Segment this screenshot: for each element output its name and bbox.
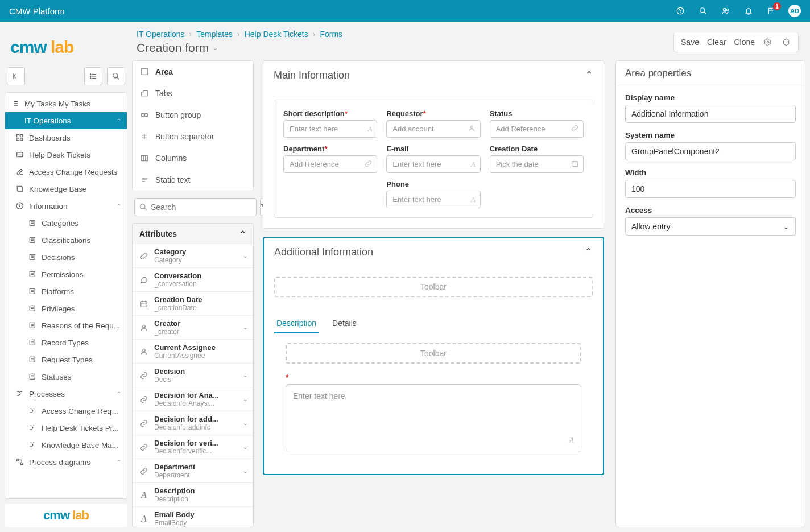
sidebar-item[interactable]: Access Change Requ... [5, 402, 127, 419]
tab-details[interactable]: Details [330, 314, 359, 333]
sidebar-item[interactable]: Permissions [5, 266, 127, 283]
sidebar-item[interactable]: Classifications [5, 232, 127, 249]
sidebar-item[interactable]: Record Types [5, 334, 127, 351]
element-label: Area [155, 67, 173, 76]
attribute-name: Decision for Ana... [154, 391, 238, 399]
attribute-item[interactable]: Decision for veri...Decisionforverific..… [133, 435, 253, 459]
sidebar-item[interactable]: Process diagrams⌃ [5, 453, 127, 471]
breadcrumb-link[interactable]: Templates [196, 30, 233, 39]
width-input[interactable] [625, 180, 796, 198]
flag-icon[interactable]: 1 [766, 5, 777, 17]
sidebar-item-label: Access Change Requests [29, 168, 121, 176]
clone-button[interactable]: Clone [734, 38, 755, 47]
doc-icon [28, 253, 37, 262]
attribute-item[interactable]: CategoryCategory⌄ [133, 244, 253, 268]
sidebar-item[interactable]: Reasons of the Requ... [5, 317, 127, 334]
chevron-right-icon: › [313, 30, 316, 39]
attribute-item[interactable]: Decision for Ana...DecisionforAnaysi...⌄ [133, 387, 253, 411]
gear-icon[interactable] [763, 37, 773, 47]
svg-point-1 [680, 13, 681, 13]
system-name-input[interactable] [625, 142, 796, 160]
sidebar-item[interactable]: Knowledge Base [5, 180, 127, 197]
toolbar-placeholder[interactable]: Toolbar [274, 277, 593, 297]
sidebar-item[interactable]: Decisions [5, 249, 127, 266]
attribute-item[interactable]: Conversation_conversation [133, 268, 253, 292]
sidebar-item[interactable]: Information⌃ [5, 197, 127, 215]
field-input[interactable]: Add Reference [490, 120, 584, 138]
element-item[interactable]: Button separator [133, 126, 253, 147]
area-title: Additional Information [274, 246, 373, 258]
sidebar-item[interactable]: Dashboards [5, 129, 127, 146]
breadcrumb-link[interactable]: Forms [320, 30, 342, 39]
element-item[interactable]: Columns [133, 147, 253, 169]
sidebar-item[interactable]: Processes⌃ [5, 385, 127, 402]
element-label: Tabs [155, 89, 172, 98]
form-field: Creation DatePick the date [490, 145, 584, 173]
clear-button[interactable]: Clear [707, 38, 726, 47]
sidebar-item[interactable]: Help Desk Tickets [5, 146, 127, 163]
display-name-input[interactable] [625, 105, 796, 123]
attributes-header[interactable]: Attributes⌃ [133, 224, 253, 244]
field-input[interactable]: Enter text hereA [283, 120, 377, 138]
sidebar-item[interactable]: Request Types [5, 351, 127, 368]
search-input[interactable] [134, 198, 257, 216]
element-item[interactable]: Area [133, 61, 253, 83]
element-item[interactable]: Static text [133, 169, 253, 191]
svg-rect-22 [17, 152, 23, 157]
save-button[interactable]: Save [681, 38, 699, 47]
element-label: Columns [155, 154, 187, 163]
sidebar-item[interactable]: Help Desk Tickets Pr... [5, 419, 127, 436]
attribute-item[interactable]: Creator_creator⌄ [133, 316, 253, 340]
user-icon [138, 346, 150, 357]
collapse-sidebar-icon[interactable] [7, 67, 25, 85]
sidebar-item[interactable]: Statuses [5, 368, 127, 385]
form-field: Short description*Enter text hereA [283, 109, 377, 138]
users-icon[interactable] [720, 5, 732, 17]
chevron-down-icon: ⌄ [243, 253, 247, 259]
svg-rect-64 [142, 114, 144, 117]
sidebar-item[interactable]: Categories [5, 215, 127, 232]
chevron-up-icon[interactable]: ⌃ [585, 69, 593, 81]
attribute-item[interactable]: DepartmentDepartment⌄ [133, 459, 253, 483]
sidebar-item[interactable]: Platforms [5, 283, 127, 300]
attribute-item[interactable]: Creation Date_creationDate [133, 292, 253, 316]
attribute-item[interactable]: Current AssigneeCurrentAssignee [133, 340, 253, 364]
element-item[interactable]: Tabs [133, 83, 253, 104]
attribute-item[interactable]: ADescriptionDescription [133, 483, 253, 507]
field-input[interactable]: Add account [386, 120, 480, 138]
search-icon[interactable] [697, 5, 709, 17]
page-title[interactable]: Creation form⌄ [137, 41, 342, 55]
field-input[interactable]: Pick the date [490, 155, 584, 173]
field-input[interactable]: Enter text hereA [386, 191, 480, 208]
avatar[interactable]: AD [788, 5, 801, 17]
tab-description[interactable]: Description [274, 314, 319, 333]
nav-search-icon[interactable] [107, 67, 125, 85]
field-input[interactable]: Enter text hereA [386, 155, 480, 173]
attribute-item[interactable]: AEmail BodyEmailBody [133, 507, 253, 527]
element-item[interactable]: Button group [133, 104, 253, 126]
process-icon [15, 389, 24, 398]
breadcrumb-link[interactable]: IT Operations [137, 30, 185, 39]
breadcrumb-link[interactable]: Help Desk Tickets [245, 30, 308, 39]
settings-icon[interactable] [781, 37, 791, 47]
sidebar-item[interactable]: Knowledge Base Ma... [5, 436, 127, 453]
sidebar-item[interactable]: My Tasks My Tasks [5, 95, 127, 112]
help-icon[interactable] [675, 5, 686, 17]
attribute-item[interactable]: DecisionDecis⌄ [133, 364, 253, 387]
list-view-icon[interactable] [84, 67, 102, 85]
sidebar-item[interactable]: Privileges [5, 300, 127, 317]
doc-icon [28, 355, 37, 364]
sidebar-item[interactable]: Access Change Requests [5, 163, 127, 180]
toolbar-placeholder-inner[interactable]: Toolbar [286, 343, 581, 364]
sidebar-item[interactable]: IT Operations⌃ [5, 112, 127, 129]
additional-information-area[interactable]: Additional Information⌃ Toolbar Descript… [263, 237, 604, 475]
attribute-item[interactable]: Decision for add...Decisionforaddinfo⌄ [133, 411, 253, 435]
description-input[interactable]: Enter text here A [286, 384, 581, 452]
field-input[interactable]: Add Reference [283, 155, 377, 173]
access-select[interactable]: Allow entry⌄ [625, 217, 796, 236]
chevron-up-icon[interactable]: ⌃ [584, 246, 593, 258]
main-information-area[interactable]: Main Information⌃ Short description*Ente… [263, 60, 604, 229]
field-label: Requestor* [386, 109, 480, 118]
bell-icon[interactable] [743, 5, 754, 17]
attribute-name: Description [154, 486, 247, 495]
